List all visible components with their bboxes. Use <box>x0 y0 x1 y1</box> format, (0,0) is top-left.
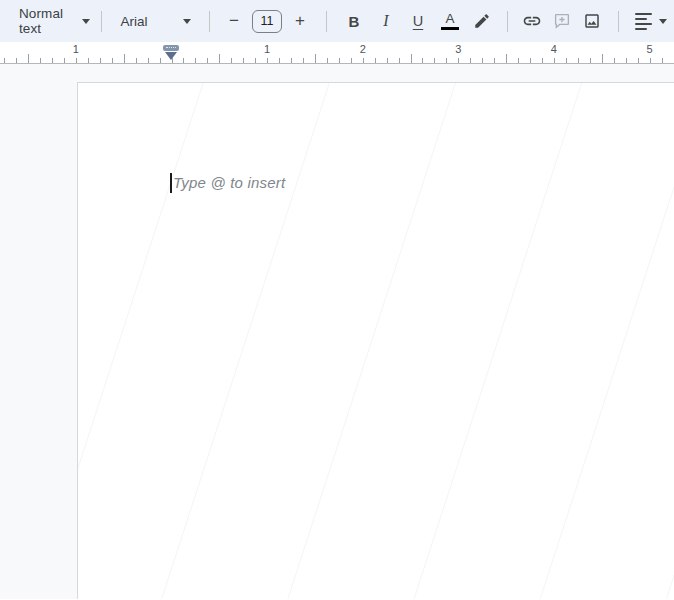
italic-button[interactable]: I <box>371 6 401 36</box>
ruler-tick <box>626 58 627 63</box>
align-left-icon <box>635 13 652 30</box>
insert-image-button[interactable] <box>577 6 607 36</box>
first-line-indent-icon[interactable] <box>163 45 179 51</box>
ruler-number: 3 <box>455 43 461 55</box>
ruler-tick <box>422 58 423 63</box>
horizontal-ruler[interactable]: 112345 <box>0 42 674 64</box>
ruler-tick <box>148 58 149 63</box>
decrease-font-size-button[interactable]: − <box>221 6 247 36</box>
ruler-tick <box>446 58 447 63</box>
paragraph-style-dropdown[interactable]: Normal text <box>17 6 92 36</box>
ruler-tick <box>183 58 184 63</box>
ruler-tick <box>88 58 89 63</box>
ruler-tick <box>590 58 591 63</box>
ruler-tick <box>614 58 615 63</box>
ruler-tick <box>231 58 232 63</box>
ruler-tick <box>279 58 280 63</box>
ruler-tick <box>411 54 412 63</box>
toolbar-separator <box>101 11 102 32</box>
ruler-tick <box>578 58 579 63</box>
highlight-color-button[interactable] <box>467 6 497 36</box>
bold-icon: B <box>349 13 360 30</box>
ruler-tick <box>566 58 567 63</box>
placeholder-text: Type @ to insert <box>173 174 285 191</box>
text-align-button[interactable] <box>628 6 674 36</box>
ruler-tick <box>243 58 244 63</box>
chevron-down-icon <box>183 19 191 24</box>
text-color-icon: A <box>441 12 459 31</box>
ruler-tick <box>255 58 256 63</box>
ruler-tick <box>64 58 65 63</box>
toolbar-separator <box>618 11 619 32</box>
ruler-tick <box>363 58 364 63</box>
ruler-tick <box>52 58 53 63</box>
font-size-input[interactable] <box>252 10 282 33</box>
image-icon <box>583 12 601 30</box>
ruler-tick <box>327 58 328 63</box>
paragraph-style-label: Normal text <box>19 6 68 36</box>
ruler-tick <box>195 58 196 63</box>
toolbar-separator <box>507 11 508 32</box>
ruler-number: 4 <box>551 43 557 55</box>
ruler-number: 1 <box>73 43 79 55</box>
ruler-tick <box>315 54 316 63</box>
pen-icon <box>473 12 491 30</box>
ruler-tick <box>112 58 113 63</box>
ruler-tick <box>554 58 555 63</box>
bold-button[interactable]: B <box>339 6 369 36</box>
ruler-tick <box>100 58 101 63</box>
add-comment-button[interactable] <box>547 6 577 36</box>
ruler-number: 1 <box>264 43 270 55</box>
ruler-tick <box>470 58 471 63</box>
text-color-button[interactable]: A <box>435 6 465 36</box>
ruler-tick <box>506 54 507 63</box>
ruler-tick <box>494 58 495 63</box>
font-family-label: Arial <box>120 14 147 29</box>
ruler-tick <box>542 58 543 63</box>
text-caret <box>170 173 172 193</box>
toolbar-separator <box>326 11 327 32</box>
document-page[interactable]: Type @ to insert <box>77 82 674 599</box>
ruler-tick <box>399 58 400 63</box>
ruler-tick <box>4 58 5 63</box>
text-cursor-line: Type @ to insert <box>170 172 285 193</box>
ruler-tick <box>160 58 161 63</box>
toolbar-separator <box>209 11 210 32</box>
increase-font-size-button[interactable]: + <box>287 6 313 36</box>
ruler-tick <box>458 58 459 63</box>
ruler-number: 5 <box>646 43 652 55</box>
chevron-down-icon <box>659 19 667 24</box>
link-icon <box>522 11 542 31</box>
document-canvas: Type @ to insert <box>0 64 674 599</box>
ruler-tick <box>638 58 639 63</box>
ruler-tick <box>219 54 220 63</box>
ruler-tick <box>482 58 483 63</box>
font-family-dropdown[interactable]: Arial <box>109 6 197 36</box>
ruler-tick <box>339 58 340 63</box>
ruler-tick <box>267 58 268 63</box>
ruler-tick <box>602 54 603 63</box>
ruler-tick <box>76 58 77 63</box>
ruler-tick <box>375 58 376 63</box>
ruler-tick <box>291 58 292 63</box>
comment-plus-icon <box>553 12 571 30</box>
ruler-tick <box>530 58 531 63</box>
ruler-tick <box>207 58 208 63</box>
ruler-tick <box>387 58 388 63</box>
underline-icon: U <box>413 13 423 29</box>
ruler-tick <box>518 58 519 63</box>
ruler-tick <box>172 58 173 63</box>
ruler-tick <box>16 58 17 63</box>
insert-link-button[interactable] <box>517 6 547 36</box>
italic-icon: I <box>383 12 388 30</box>
ruler-tick <box>662 58 663 63</box>
ruler-tick <box>40 58 41 63</box>
ruler-number: 2 <box>360 43 366 55</box>
ruler-tick <box>28 54 29 63</box>
underline-button[interactable]: U <box>403 6 433 36</box>
ruler-tick <box>124 54 125 63</box>
chevron-down-icon <box>82 19 90 24</box>
ruler-tick <box>650 58 651 63</box>
ruler-tick <box>136 58 137 63</box>
formatting-toolbar: Normal text Arial − + B I U A <box>0 0 674 42</box>
